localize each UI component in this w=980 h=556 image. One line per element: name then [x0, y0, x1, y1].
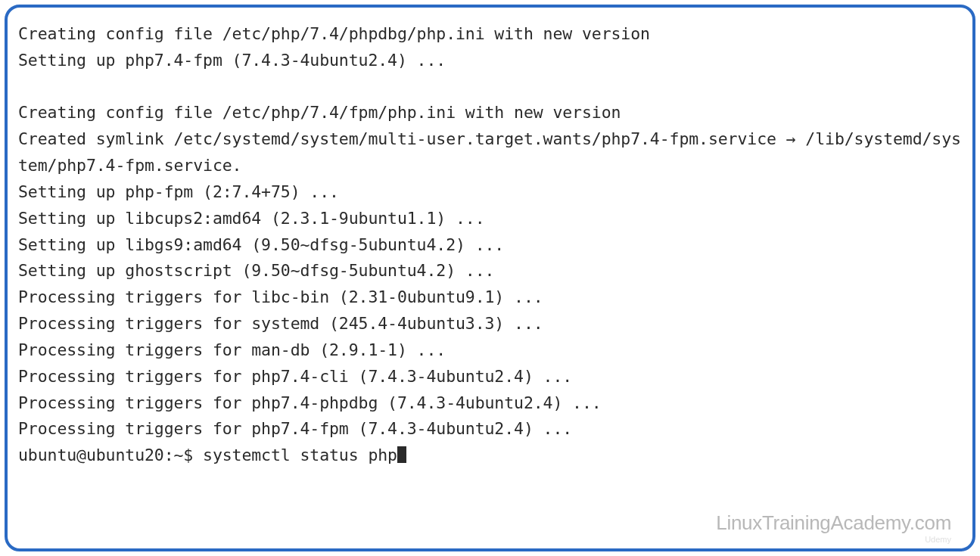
- terminal-output: Creating config file /etc/php/7.4/phpdbg…: [18, 21, 962, 469]
- shell-prompt: ubuntu@ubuntu20:~$: [18, 446, 203, 464]
- typed-command: systemctl status php: [203, 446, 397, 464]
- output-line-9: Processing triggers for libc-bin (2.31-0…: [18, 287, 543, 306]
- output-line-6: Setting up libcups2:amd64 (2.3.1-9ubuntu…: [18, 209, 485, 228]
- output-line-8: Setting up ghostscript (9.50~dfsg-5ubunt…: [18, 261, 494, 280]
- output-line-3: Creating config file /etc/php/7.4/fpm/ph…: [18, 103, 621, 122]
- output-line-1: Setting up php7.4-fpm (7.4.3-4ubuntu2.4)…: [18, 51, 446, 70]
- terminal-window: Creating config file /etc/php/7.4/phpdbg…: [5, 5, 975, 551]
- prompt-line[interactable]: ubuntu@ubuntu20:~$ systemctl status php: [18, 446, 406, 464]
- watermark-text: LinuxTrainingAcademy.com: [716, 511, 951, 535]
- output-line-11: Processing triggers for man-db (2.9.1-1)…: [18, 340, 446, 359]
- output-line-14: Processing triggers for php7.4-fpm (7.4.…: [18, 419, 572, 438]
- output-line-4: Created symlink /etc/systemd/system/mult…: [18, 129, 961, 175]
- output-line-7: Setting up libgs9:amd64 (9.50~dfsg-5ubun…: [18, 235, 504, 254]
- output-line-13: Processing triggers for php7.4-phpdbg (7…: [18, 393, 602, 412]
- output-line-0: Creating config file /etc/php/7.4/phpdbg…: [18, 24, 650, 43]
- output-line-12: Processing triggers for php7.4-cli (7.4.…: [18, 367, 572, 386]
- sub-watermark-text: Udemy: [925, 535, 951, 544]
- cursor-icon: [397, 446, 406, 463]
- output-line-10: Processing triggers for systemd (245.4-4…: [18, 314, 543, 333]
- output-line-5: Setting up php-fpm (2:7.4+75) ...: [18, 182, 339, 201]
